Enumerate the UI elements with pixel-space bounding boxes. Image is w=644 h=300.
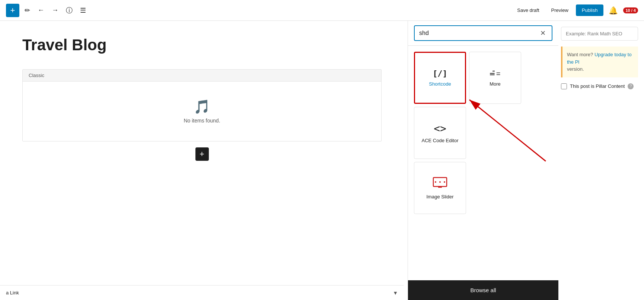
classic-block-body: 🎵 No items found. (23, 82, 381, 141)
rank-math-search-input[interactable] (561, 27, 638, 41)
pillar-label: This post is Pillar Content (570, 83, 625, 89)
svg-point-1 (435, 181, 436, 183)
info-button[interactable]: ⓘ (64, 4, 75, 17)
bottom-bar: a Link ▼ (0, 285, 404, 300)
rank-math-notice: Want more? Upgrade today to the Pl versi… (561, 47, 638, 77)
shortcode-icon: [/] (433, 69, 447, 78)
add-block-below-button[interactable]: + (195, 147, 209, 161)
second-row: Image Slider (414, 162, 552, 214)
save-draft-button[interactable]: Save draft (513, 5, 543, 15)
block-item-ace[interactable]: <> ACE Code Editor (414, 107, 466, 159)
pillar-row: This post is Pillar Content ? (561, 83, 638, 89)
toolbar: + ✏ ← → ⓘ ☰ Save draft Preview Publish 🔔… (0, 0, 644, 21)
undo-button[interactable]: ← (35, 4, 47, 16)
right-side-panel: Want more? Upgrade today to the Pl versi… (555, 21, 644, 300)
ace-label: ACE Code Editor (422, 138, 459, 143)
block-grid: [/] Shortcode =̄= More <> ACE Code Edito… (408, 46, 558, 220)
more-label: More (490, 81, 501, 87)
svg-point-2 (439, 181, 441, 183)
block-item-more[interactable]: =̄= More (469, 52, 521, 104)
svg-line-7 (469, 100, 546, 161)
classic-block-label: Classic (29, 73, 44, 78)
inserter-panel: ✕ [/] Shortcode =̄= More <> ACE Code Edi… (408, 21, 558, 300)
more-icon: =̄= (489, 69, 501, 78)
notification-badge: 10 / 4 (623, 7, 638, 13)
notice-suffix: version. (567, 66, 584, 72)
classic-block-header: Classic (23, 70, 381, 82)
classic-block: Classic 🎵 No items found. (22, 69, 382, 141)
main-content: Travel Blog Classic 🎵 No items found. + (0, 21, 404, 300)
bell-icon-button[interactable]: 🔔 (606, 4, 620, 17)
toolbar-right: Save draft Preview Publish 🔔 10 / 4 (513, 4, 638, 17)
shortcode-label: Shortcode (429, 81, 451, 87)
add-block-below: + (22, 147, 382, 161)
redo-button[interactable]: → (50, 4, 61, 16)
svg-point-3 (444, 181, 445, 183)
add-block-button[interactable]: + (6, 4, 19, 17)
pillar-content-checkbox[interactable] (561, 83, 567, 89)
preview-button[interactable]: Preview (547, 5, 573, 15)
pillar-help-button[interactable]: ? (628, 83, 634, 89)
notice-text: Want more? (567, 52, 593, 57)
publish-button[interactable]: Publish (576, 4, 604, 16)
ace-icon: <> (434, 122, 446, 135)
search-input[interactable] (419, 26, 539, 40)
block-item-shortcode[interactable]: [/] Shortcode (414, 52, 466, 104)
bottom-link-text: a Link (6, 290, 19, 296)
search-clear-button[interactable]: ✕ (539, 28, 547, 39)
image-slider-icon (433, 177, 447, 191)
search-input-wrapper: ✕ (414, 25, 552, 41)
block-item-image-slider[interactable]: Image Slider (414, 162, 466, 214)
no-items-icon: 🎵 (194, 99, 210, 115)
inserter-search: ✕ (408, 21, 558, 46)
bottom-dropdown-button[interactable]: ▼ (393, 290, 398, 296)
image-slider-label: Image Slider (427, 194, 454, 200)
menu-button[interactable]: ☰ (78, 4, 88, 17)
no-items-text: No items found. (184, 118, 220, 124)
edit-tool-button[interactable]: ✏ (22, 4, 32, 17)
browse-all-button[interactable]: Browse all (408, 280, 558, 300)
browse-all-container: Browse all (408, 280, 558, 300)
page-title: Travel Blog (22, 36, 382, 54)
